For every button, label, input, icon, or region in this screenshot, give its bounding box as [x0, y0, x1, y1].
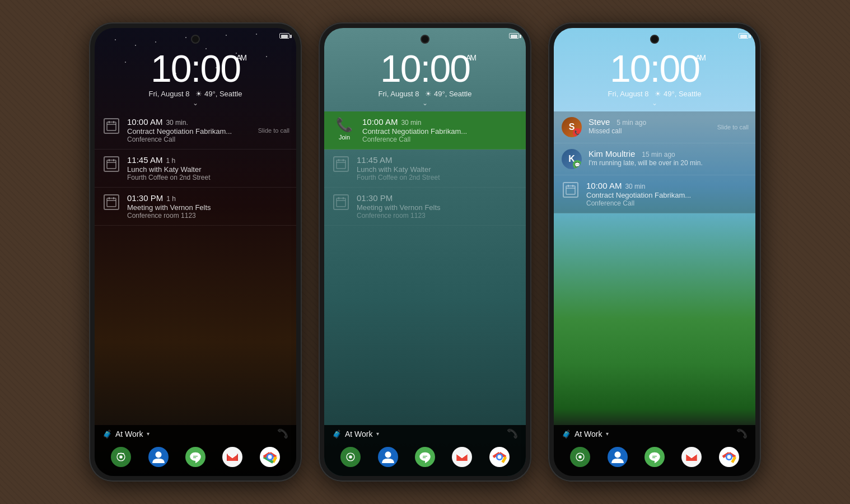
- dropdown-arrow-2[interactable]: ▾: [376, 431, 379, 437]
- ampm-display-1: AM: [236, 54, 246, 62]
- svg-rect-15: [118, 453, 124, 454]
- time-display-1: 10:00: [151, 47, 240, 90]
- notif-sub-2-1: Conference Call: [362, 136, 518, 143]
- clock-date-3: Fri, August 8 ☀ 49°, Seattle: [554, 90, 755, 98]
- weather-text-3: ☀ 49°, Seattle: [655, 90, 701, 98]
- notif-item-2-1[interactable]: 📞 Join 10:00 AM 30 min Contract Negotiat…: [324, 111, 526, 150]
- notifications-2: 📞 Join 10:00 AM 30 min Contract Negotiat…: [324, 109, 526, 425]
- dropdown-arrow-1[interactable]: ▾: [147, 431, 150, 437]
- svg-rect-43: [423, 456, 427, 456]
- dropdown-arrow-3[interactable]: ▾: [606, 431, 609, 437]
- chevron-3[interactable]: ⌄: [554, 99, 755, 107]
- briefcase-icon-1: 🧳: [102, 430, 112, 438]
- notif-item-3-2[interactable]: K 💬 Kim Moultrie 15 min ago I'm running …: [554, 143, 755, 175]
- at-work-label-1[interactable]: At Work: [115, 430, 143, 438]
- svg-point-55: [578, 455, 582, 459]
- app-icon-chrome-3[interactable]: [714, 442, 744, 472]
- notif-title-1-3: Meeting with Vernon Felts: [127, 203, 288, 212]
- at-work-label-2[interactable]: At Work: [345, 430, 373, 438]
- slide-to-call-3[interactable]: Slide to call: [717, 124, 749, 130]
- phone-1: 10:00 AM Fri, August 8 ☀ 49°, Seattle ⌄: [89, 22, 302, 482]
- contact-name-kim: Kim Moultrie: [589, 149, 635, 158]
- app-icon-contacts-1[interactable]: [144, 442, 173, 472]
- svg-point-61: [681, 447, 702, 467]
- clock-time-3: 10:00 AM: [554, 49, 755, 87]
- svg-rect-49: [566, 186, 575, 194]
- weather-text-2: ☀ 49°, Seattle: [425, 90, 471, 98]
- at-work-row-2: 🧳 At Work ▾ 📞: [332, 428, 518, 439]
- notif-title-2-1: Contract Negotiation Fabrikam...: [362, 127, 518, 136]
- notif-item-2-3[interactable]: 01:30 PM Meeting with Vernon Felts Confe…: [324, 188, 526, 226]
- app-icon-camera-3[interactable]: [566, 442, 595, 472]
- notif-item-3-3[interactable]: 10:00 AM 30 min Contract Negotiation Fab…: [554, 175, 755, 213]
- notif-title-2-2: Lunch with Katy Walter: [357, 165, 518, 174]
- app-icon-camera-2[interactable]: [336, 442, 365, 472]
- at-work-label-3[interactable]: At Work: [575, 430, 603, 438]
- notif-dur-2-1: 30 min: [401, 119, 421, 127]
- app-icon-chrome-1[interactable]: [255, 442, 284, 472]
- join-button[interactable]: Join: [332, 134, 357, 141]
- phone-up-icon-1: 📞: [277, 428, 288, 439]
- notif-time-2-1: 10:00 AM: [362, 117, 398, 127]
- time-display-3: 10:00: [610, 47, 699, 90]
- cal-icon-wrap-3-3: [562, 181, 580, 199]
- phone-up-icon-2: 📞: [507, 428, 518, 439]
- notif-item-2-2[interactable]: 11:45 AM Lunch with Katy Walter Fourth C…: [324, 150, 526, 188]
- svg-point-28: [268, 455, 272, 459]
- time-ago-steve: 5 min ago: [617, 119, 646, 127]
- notif-time-1-3: 01:30 PM: [127, 193, 163, 203]
- app-icon-contacts-2[interactable]: [373, 442, 403, 472]
- app-icon-chrome-2[interactable]: [485, 442, 514, 472]
- avatar-kim: K 💬: [562, 149, 582, 169]
- cal-icon-wrap-1-2: [102, 155, 120, 173]
- clock-time-2: 10:00 AM: [324, 49, 526, 87]
- calendar-icon-3-3: [563, 182, 578, 198]
- app-icon-hangouts-2[interactable]: [410, 442, 440, 472]
- notif-item-1-3[interactable]: 01:30 PM 1 h Meeting with Vernon Felts C…: [95, 188, 296, 226]
- notif-content-2-1: 10:00 AM 30 min Contract Negotiation Fab…: [362, 117, 518, 143]
- app-icon-gmail-2[interactable]: [447, 442, 477, 472]
- notif-sub-1-3: Conference room 1123: [127, 212, 288, 220]
- svg-point-14: [119, 455, 123, 459]
- phone-up-icon-3: 📞: [736, 428, 748, 439]
- chevron-2[interactable]: ⌄: [324, 99, 526, 107]
- app-icon-gmail-1[interactable]: [218, 442, 247, 472]
- notif-item-3-1[interactable]: S 📞 Steve 5 min ago Missed call Slide to…: [554, 111, 755, 143]
- notifications-1: 10:00 AM 30 min. Contract Negotiation Fa…: [95, 109, 296, 425]
- clock-area-3: 10:00 AM Fri, August 8 ☀ 49°, Seattle ⌄: [554, 44, 755, 109]
- notif-title-2-3: Meeting with Vernon Felts: [357, 203, 518, 212]
- app-icons-row-1: [102, 442, 288, 472]
- notif-action-1-1[interactable]: Slide to call: [258, 127, 289, 134]
- chevron-1[interactable]: ⌄: [95, 99, 296, 107]
- time-ago-kim: 15 min ago: [642, 151, 675, 158]
- app-icon-hangouts-1[interactable]: [181, 442, 210, 472]
- svg-rect-60: [652, 458, 656, 458]
- screen-content-1: 10:00 AM 30 min. Contract Negotiation Fa…: [95, 109, 296, 476]
- app-icon-camera-1[interactable]: [106, 442, 136, 472]
- app-icon-contacts-3[interactable]: [603, 442, 632, 472]
- notif-time-3-3: 10:00 AM: [586, 181, 622, 190]
- svg-point-39: [349, 455, 352, 459]
- svg-point-21: [222, 447, 242, 467]
- bottom-bar-3: 🧳 At Work ▾ 📞: [554, 425, 755, 476]
- at-work-row-1: 🧳 At Work ▾ 📞: [102, 428, 288, 439]
- notif-content-2-2: 11:45 AM Lunch with Katy Walter Fourth C…: [357, 155, 518, 181]
- notif-item-1-2[interactable]: 11:45 AM 1 h Lunch with Katy Walter Four…: [95, 150, 296, 188]
- svg-rect-44: [423, 458, 426, 458]
- battery-icon-1: [279, 33, 289, 39]
- avatar-steve: S 📞: [562, 117, 582, 137]
- svg-rect-20: [193, 458, 197, 458]
- battery-icon-3: [739, 33, 749, 39]
- phone-2: 10:00 AM Fri, August 8 ☀ 49°, Seattle ⌄ …: [319, 22, 531, 482]
- notif-item-1-1[interactable]: 10:00 AM 30 min. Contract Negotiation Fa…: [95, 111, 296, 150]
- notif-time-1-2: 11:45 AM: [127, 155, 162, 165]
- battery-icon-2: [509, 33, 519, 39]
- notif-time-2-2: 11:45 AM: [357, 155, 392, 165]
- svg-point-17: [155, 451, 161, 458]
- app-icon-hangouts-3[interactable]: [640, 442, 669, 472]
- cal-icon-wrap-1-3: [102, 193, 120, 211]
- notif-content-1-3: 01:30 PM 1 h Meeting with Vernon Felts C…: [127, 193, 288, 220]
- calendar-icon-1-3: [104, 194, 119, 210]
- app-icon-gmail-3[interactable]: [677, 442, 706, 472]
- join-btn-wrap[interactable]: 📞 Join: [332, 117, 357, 141]
